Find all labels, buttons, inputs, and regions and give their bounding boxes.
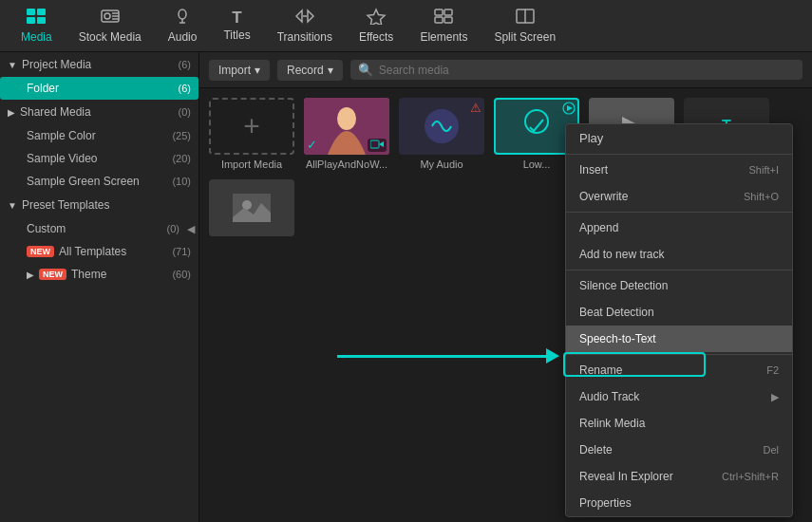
ctx-silence-detection-label: Silence Detection [579, 279, 668, 292]
sidebar-section-preset-templates[interactable]: ▼ Preset Templates [0, 193, 198, 217]
arrow-head [546, 348, 559, 364]
custom-label: Custom [27, 222, 66, 235]
ctx-separator-2 [566, 212, 792, 213]
ctx-beat-detection[interactable]: Beat Detection [566, 299, 792, 326]
record-label: Record [287, 64, 324, 77]
ctx-audio-track-arrow: ▶ [771, 391, 779, 403]
main-toolbar: Media Stock Media Audio T Titles Transit… [0, 0, 812, 52]
sample-green-screen-label: Sample Green Screen [27, 175, 140, 188]
ctx-properties-label: Properties [579, 496, 632, 510]
arrow-line [337, 355, 546, 358]
ctx-separator-1 [566, 154, 792, 155]
sidebar-item-theme[interactable]: ▶ NEW Theme (60) [0, 263, 198, 286]
sample-color-count: (25) [172, 130, 191, 141]
media-icon [26, 8, 47, 28]
sidebar-section-shared-media[interactable]: ▶ Shared Media (0) [0, 100, 198, 124]
allplay-thumb: ✓ [304, 98, 389, 155]
import-media-label: Import Media [221, 158, 282, 170]
ctx-insert[interactable]: Insert Shift+I [566, 157, 792, 183]
all-templates-count: (71) [172, 246, 191, 257]
folder-count: (6) [179, 83, 191, 94]
ctx-separator-3 [566, 270, 792, 270]
toolbar-elements[interactable]: Elements [406, 4, 481, 47]
ctx-audio-track[interactable]: Audio Track ▶ [566, 383, 792, 410]
ctx-silence-detection[interactable]: Silence Detection [566, 272, 792, 299]
sidebar-item-all-templates[interactable]: NEW All Templates (71) [0, 240, 198, 263]
ctx-append[interactable]: Append [566, 214, 792, 241]
sidebar-item-folder[interactable]: Folder (6) [0, 77, 198, 100]
effects-icon [366, 8, 387, 28]
toolbar-effects[interactable]: Effects [346, 4, 406, 47]
ctx-play[interactable]: Play [566, 124, 792, 152]
import-label: Import [218, 64, 251, 77]
new-badge-theme: NEW [39, 269, 66, 280]
ctx-delete[interactable]: Delete Del [566, 437, 792, 463]
toolbar-titles-label: Titles [223, 28, 250, 42]
search-icon: 🔍 [358, 63, 373, 77]
audio-label: My Audio [420, 158, 463, 170]
ctx-rename[interactable]: Rename F2 [566, 357, 792, 383]
sidebar-item-custom[interactable]: Custom (0) [0, 217, 187, 240]
check-icon: ✓ [307, 138, 317, 152]
toolbar-audio[interactable]: Audio [155, 4, 211, 47]
ctx-add-to-new-track-label: Add to new track [579, 248, 664, 261]
toolbar-transitions-label: Transitions [277, 30, 332, 44]
elements-icon [433, 8, 454, 28]
collapse-icon[interactable]: ◀ [187, 223, 198, 235]
speech-to-text-arrow [337, 348, 559, 364]
sample-video-count: (20) [172, 153, 191, 164]
ctx-reveal-in-explorer[interactable]: Reveal In Explorer Ctrl+Shift+R [566, 463, 792, 490]
svg-marker-28 [567, 105, 573, 111]
sidebar-item-sample-color[interactable]: Sample Color (25) [0, 124, 198, 147]
ctx-insert-label: Insert [579, 163, 608, 177]
all-templates-label: All Templates [59, 245, 126, 258]
record-button[interactable]: Record ▾ [277, 60, 343, 81]
search-box[interactable]: 🔍 [350, 60, 803, 80]
toolbar-media[interactable]: Media [8, 4, 66, 47]
import-thumb: + [209, 98, 294, 155]
ctx-append-label: Append [579, 221, 618, 234]
import-chevron-icon: ▾ [255, 64, 260, 77]
svg-rect-16 [435, 17, 443, 23]
toolbar-stock-media-label: Stock Media [79, 30, 142, 44]
custom-count: (0) [167, 223, 179, 234]
import-button[interactable]: Import ▾ [209, 60, 270, 81]
sample-video-label: Sample Video [27, 152, 98, 165]
toolbar-stock-media[interactable]: Stock Media [66, 4, 155, 47]
ctx-overwrite[interactable]: Overwrite Shift+O [566, 183, 792, 210]
ctx-properties[interactable]: Properties [566, 490, 792, 516]
ctx-audio-track-label: Audio Track [579, 390, 639, 403]
ctx-play-label: Play [579, 131, 603, 145]
search-input[interactable] [379, 64, 795, 77]
ctx-separator-4 [566, 354, 792, 355]
media-item-partial-3[interactable] [209, 179, 294, 240]
svg-rect-2 [27, 17, 35, 24]
video-badge [368, 139, 387, 152]
svg-point-5 [104, 13, 110, 19]
sidebar-item-sample-video[interactable]: Sample Video (20) [0, 147, 198, 170]
svg-rect-0 [27, 9, 35, 15]
ctx-add-to-new-track[interactable]: Add to new track [566, 241, 792, 268]
ctx-relink-media-label: Relink Media [579, 417, 645, 430]
ctx-relink-media[interactable]: Relink Media [566, 410, 792, 437]
ctx-reveal-shortcut: Ctrl+Shift+R [722, 471, 779, 482]
ctx-delete-shortcut: Del [763, 444, 779, 456]
stock-media-icon [100, 8, 121, 28]
ctx-speech-to-text[interactable]: Speech-to-Text [566, 326, 792, 352]
media-item-import[interactable]: + Import Media [209, 98, 294, 170]
ctx-reveal-label: Reveal In Explorer [579, 470, 673, 483]
sidebar-section-project-media[interactable]: ▼ Project Media (6) [0, 52, 198, 77]
media-item-audio[interactable]: ⚠ My Audio [399, 98, 484, 170]
chevron-right-theme-icon: ▶ [27, 270, 34, 280]
sidebar-item-sample-green-screen[interactable]: Sample Green Screen (10) [0, 170, 198, 193]
ctx-overwrite-shortcut: Shift+O [744, 191, 779, 202]
toolbar-titles[interactable]: T Titles [210, 6, 263, 46]
audio-thumb: ⚠ [399, 98, 484, 155]
svg-rect-14 [435, 9, 443, 15]
audio-icon [172, 8, 193, 28]
toolbar-transitions[interactable]: Transitions [264, 4, 346, 47]
toolbar-split-screen[interactable]: Split Screen [481, 4, 569, 47]
svg-rect-15 [444, 9, 452, 15]
ctx-rename-label: Rename [579, 364, 622, 377]
media-item-allplay[interactable]: ✓ AllPlayAndNoW... [304, 98, 389, 170]
